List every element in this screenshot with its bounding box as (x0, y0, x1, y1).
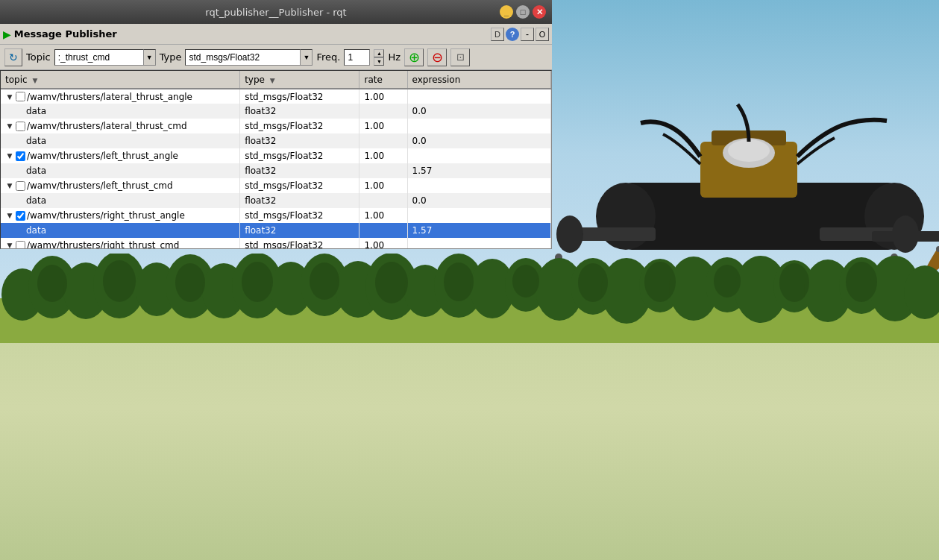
type-input[interactable] (185, 49, 301, 66)
type-label: Type (160, 51, 182, 63)
table-row[interactable]: datafloat320.0 (1, 104, 551, 119)
col-type[interactable]: type ▼ (240, 71, 359, 89)
svg-point-29 (37, 265, 67, 302)
title-bar: rqt_publisher__Publisher - rqt _ □ ✕ (0, 0, 552, 24)
maximize-button[interactable]: □ (516, 5, 530, 19)
topic-text: /wamv/thrusters/lateral_thrust_cmd (27, 121, 187, 131)
freq-spin-down[interactable]: ▼ (374, 57, 384, 66)
table-row[interactable]: datafloat320.0 (1, 193, 551, 208)
topic-dropdown-button[interactable]: ▼ (144, 49, 156, 66)
minimize-button[interactable]: _ (500, 5, 513, 19)
clear-button[interactable]: ⊡ (450, 48, 470, 66)
cell-expression[interactable] (407, 89, 550, 104)
row-checkbox[interactable] (16, 151, 25, 161)
cell-expression[interactable] (407, 178, 550, 193)
menu-bar: ▶ Message Publisher D ? - O (0, 24, 552, 45)
cell-expression[interactable] (407, 208, 550, 223)
cell-type: std_msgs/Float32 (240, 119, 359, 133)
cell-expression[interactable]: 1.57 (407, 163, 550, 178)
cell-topic: data (1, 193, 240, 208)
expand-button[interactable]: ▼ (5, 151, 14, 160)
cell-rate (359, 163, 407, 178)
row-checkbox[interactable] (16, 211, 25, 221)
col-rate[interactable]: rate (359, 71, 407, 89)
row-checkbox[interactable] (16, 122, 25, 131)
cell-type: std_msgs/Float32 (240, 178, 359, 193)
svg-point-34 (375, 262, 408, 303)
topic-text: /wamv/thrusters/lateral_thrust_angle (27, 92, 192, 102)
table-row[interactable]: datafloat321.57 (1, 223, 551, 238)
freq-input[interactable] (344, 49, 370, 66)
cell-topic: ▼/wamv/thrusters/right_thrust_cmd (1, 238, 240, 249)
cell-expression[interactable] (407, 238, 550, 249)
topic-table-wrap[interactable]: topic ▼ type ▼ rate expression ▼/w (0, 70, 552, 249)
cell-topic: data (1, 104, 240, 119)
hz-label: Hz (388, 51, 401, 63)
topic-text: /wamv/thrusters/left_thrust_cmd (27, 180, 173, 191)
svg-point-36 (512, 265, 539, 298)
topic-text: data (26, 225, 46, 236)
cell-expression[interactable]: 0.0 (407, 133, 550, 148)
cell-topic: data (1, 133, 240, 148)
table-row[interactable]: datafloat321.57 (1, 163, 551, 178)
cell-topic: ▼/wamv/thrusters/lateral_thrust_cmd (1, 119, 240, 133)
help-button[interactable]: ? (506, 28, 519, 41)
topic-text: data (26, 166, 46, 176)
cell-expression[interactable]: 1.57 (407, 223, 550, 238)
table-row[interactable]: ▼/wamv/thrusters/lateral_thrust_cmdstd_m… (1, 119, 551, 133)
col-topic[interactable]: topic ▼ (1, 71, 240, 89)
col-rate-label: rate (364, 75, 382, 85)
cell-rate (359, 193, 407, 208)
row-checkbox[interactable] (16, 92, 25, 101)
expand-button[interactable]: ▼ (5, 92, 14, 101)
table-row[interactable]: ▼/wamv/thrusters/lateral_thrust_anglestd… (1, 89, 551, 104)
plus-icon: ⊕ (409, 49, 420, 66)
cell-rate: 1.00 (359, 89, 407, 104)
arrow-icon: ▶ (3, 28, 11, 40)
remove-topic-button[interactable]: ⊖ (427, 48, 447, 66)
topic-text: data (26, 106, 46, 116)
col-expression[interactable]: expression (407, 71, 550, 89)
type-dropdown-button[interactable]: ▼ (301, 49, 313, 66)
expand-button[interactable]: ▼ (5, 122, 14, 130)
svg-point-31 (175, 263, 205, 302)
table-body: ▼/wamv/thrusters/lateral_thrust_anglestd… (1, 89, 551, 249)
expand-button[interactable]: ▼ (5, 181, 14, 190)
title-bar-title: rqt_publisher__Publisher - rqt (205, 7, 346, 18)
cell-type: std_msgs/Float32 (240, 89, 359, 104)
svg-point-49 (728, 139, 770, 162)
cell-topic: ▼/wamv/thrusters/right_thrust_angle (1, 208, 240, 223)
row-checkbox[interactable] (16, 241, 25, 250)
cell-topic: ▼/wamv/thrusters/left_thrust_angle (1, 148, 240, 163)
freq-spin-up[interactable]: ▲ (374, 49, 384, 57)
type-input-wrap: ▼ (185, 49, 313, 66)
topic-input[interactable] (54, 49, 144, 66)
add-topic-button[interactable]: ⊕ (404, 48, 424, 66)
table-row[interactable]: ▼/wamv/thrusters/left_thrust_anglestd_ms… (1, 148, 551, 163)
toolbar: ↻ Topic ▼ Type ▼ Freq. ▲ ▼ Hz ⊕ ⊖ ⊡ (0, 45, 552, 70)
table-row[interactable]: datafloat320.0 (1, 133, 551, 148)
d-button[interactable]: D (491, 28, 504, 41)
cell-expression[interactable]: 0.0 (407, 193, 550, 208)
expand-button[interactable]: ▼ (5, 211, 14, 220)
trees-background (0, 254, 939, 343)
expand-button[interactable]: ▼ (5, 241, 14, 249)
cell-expression[interactable] (407, 148, 550, 163)
row-checkbox[interactable] (16, 181, 25, 191)
cell-rate: 1.00 (359, 119, 407, 133)
table-row[interactable]: ▼/wamv/thrusters/left_thrust_cmdstd_msgs… (1, 178, 551, 193)
options-button[interactable]: O (536, 28, 549, 41)
detach-button[interactable]: - (521, 28, 534, 41)
cell-expression[interactable] (407, 119, 550, 133)
svg-point-41 (846, 262, 877, 302)
table-row[interactable]: ▼/wamv/thrusters/right_thrust_cmdstd_msg… (1, 238, 551, 249)
cell-topic: ▼/wamv/thrusters/lateral_thrust_angle (1, 89, 240, 104)
menu-bar-title: Message Publisher (14, 28, 117, 40)
svg-point-51 (556, 215, 583, 253)
table-row[interactable]: ▼/wamv/thrusters/right_thrust_anglestd_m… (1, 208, 551, 223)
cell-expression[interactable]: 0.0 (407, 104, 550, 119)
refresh-button[interactable]: ↻ (4, 48, 22, 66)
freq-label: Freq. (316, 51, 340, 63)
close-button[interactable]: ✕ (533, 5, 546, 19)
type-sort-arrow: ▼ (270, 77, 275, 84)
